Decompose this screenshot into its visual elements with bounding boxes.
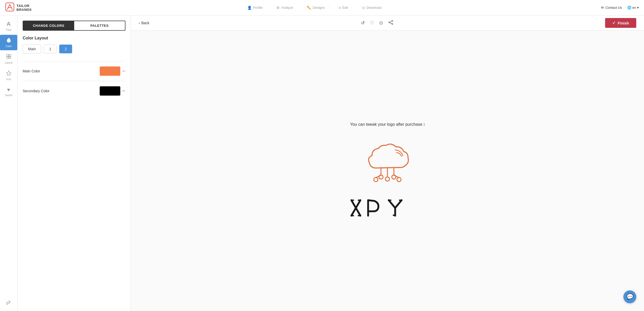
saved-icon: ♥: [7, 87, 10, 93]
nav-steps: 👤 Profile › ⚙ Analyze › ✏️ Designs › ≡ E…: [46, 6, 582, 10]
sidebar-item-icon[interactable]: Icon: [0, 68, 17, 83]
icon-sidebar: A Type Color Layout Icon ♥ Saved: [0, 15, 18, 311]
svg-point-15: [385, 177, 389, 181]
edit-icon: ≡: [339, 6, 341, 10]
chevron-down-icon: ▾: [637, 6, 639, 10]
divider2: [23, 81, 125, 81]
divider: [23, 61, 125, 61]
logo-preview-area: You can tweak your logo after purchase ℹ: [344, 31, 431, 311]
chat-button[interactable]: 💬: [623, 290, 636, 303]
sidebar-item-color[interactable]: Color: [0, 35, 17, 50]
svg-point-13: [374, 178, 378, 182]
icon-icon: [6, 70, 11, 77]
color-layout-options: Main 1 2: [23, 45, 125, 53]
nav-step-designs[interactable]: ✏️ Designs ›: [302, 6, 334, 10]
main-color-swatch-row: ✏: [100, 66, 125, 76]
color-layout-title: Color Layout: [23, 36, 125, 40]
tab-bar: CHANGE COLORS PALETTES: [23, 21, 125, 31]
secondary-color-swatch-row: ✏: [100, 86, 125, 96]
svg-point-8: [389, 22, 390, 23]
target-icon[interactable]: ⊙: [379, 20, 383, 26]
undo-icon[interactable]: ↺: [361, 20, 365, 26]
globe-icon: 🌐: [627, 6, 631, 10]
info-icon: ℹ: [423, 122, 425, 127]
brand-logo[interactable]: TAILOR BRANDS: [5, 2, 46, 13]
color-opt-main[interactable]: Main: [23, 45, 41, 53]
type-icon: A: [7, 21, 11, 27]
toolbar-actions: ↺ ♡ ⊙: [361, 20, 393, 26]
brand-name: TAILOR BRANDS: [16, 4, 32, 12]
contact-us-link[interactable]: ✉ Contact Us: [601, 6, 622, 10]
nav-right: ✉ Contact Us 🌐 en ▾: [582, 6, 639, 10]
svg-rect-4: [9, 57, 11, 58]
nav-step-profile[interactable]: 👤 Profile ›: [243, 6, 272, 10]
back-button[interactable]: ‹ Back: [139, 21, 149, 25]
logo-text: [349, 196, 426, 220]
svg-rect-6: [6, 303, 8, 304]
svg-point-17: [397, 178, 401, 182]
tab-change-colors[interactable]: CHANGE COLORS: [23, 21, 74, 30]
svg-rect-1: [7, 54, 9, 56]
designs-icon: ✏️: [307, 6, 311, 10]
main-color-swatch[interactable]: [100, 66, 120, 76]
profile-icon: 👤: [247, 6, 252, 10]
nav-step-analyze[interactable]: ⚙ Analyze ›: [272, 6, 302, 10]
secondary-color-edit-icon[interactable]: ✏: [122, 89, 125, 93]
top-nav: TAILOR BRANDS 👤 Profile › ⚙ Analyze › ✏️…: [0, 0, 644, 15]
svg-line-26: [393, 215, 395, 216]
sidebar-item-saved[interactable]: ♥ Saved: [0, 84, 17, 99]
mail-icon: ✉: [601, 6, 604, 10]
checkmark-icon: ✓: [612, 21, 616, 25]
nav-step-download[interactable]: ⊙ Download: [357, 6, 386, 10]
color-icon: [6, 37, 11, 44]
main-color-label: Main Color: [23, 69, 40, 73]
secondary-color-row: Secondary Color ✏: [23, 86, 125, 96]
color-opt-2[interactable]: 2: [59, 45, 72, 53]
secondary-color-swatch[interactable]: [100, 86, 120, 96]
logo-icon: [355, 137, 420, 191]
sidebar-item-share[interactable]: [0, 297, 17, 308]
main-layout: A Type Color Layout Icon ♥ Saved: [0, 15, 644, 311]
brand-icon: [5, 2, 14, 13]
sidebar-item-layout[interactable]: Layout: [0, 51, 17, 67]
download-icon: ⊙: [362, 6, 365, 10]
svg-point-7: [392, 20, 393, 21]
secondary-color-label: Secondary Color: [23, 89, 49, 93]
svg-rect-2: [9, 54, 11, 56]
svg-marker-5: [6, 71, 11, 75]
heart-icon[interactable]: ♡: [370, 20, 374, 26]
tab-palettes[interactable]: PALETTES: [74, 21, 125, 30]
language-selector[interactable]: 🌐 en ▾: [627, 6, 639, 10]
back-arrow-icon: ‹: [139, 21, 140, 25]
share-icon[interactable]: [388, 20, 393, 26]
left-panel: CHANGE COLORS PALETTES Color Layout Main…: [18, 15, 131, 311]
svg-rect-3: [7, 57, 9, 58]
svg-line-18: [376, 175, 381, 178]
logo-svg-wrap: [349, 137, 426, 220]
svg-line-19: [394, 175, 399, 178]
analyze-icon: ⚙: [276, 6, 280, 10]
share-icon: [6, 299, 11, 306]
finish-area: ✓ Finish: [605, 18, 636, 28]
main-color-edit-icon[interactable]: ✏: [122, 69, 125, 73]
svg-point-9: [392, 23, 393, 24]
main-content: ‹ Back ↺ ♡ ⊙ ✓ Finish You can tweak your: [131, 15, 644, 311]
sidebar-item-type[interactable]: A Type: [0, 18, 17, 34]
layout-icon: [6, 54, 11, 60]
tweak-notice: You can tweak your logo after purchase ℹ: [350, 122, 425, 127]
main-color-row: Main Color ✏: [23, 66, 125, 76]
chat-icon: 💬: [626, 293, 633, 300]
color-opt-1[interactable]: 1: [44, 45, 57, 53]
sub-toolbar: ‹ Back ↺ ♡ ⊙ ✓ Finish: [131, 15, 644, 31]
finish-button[interactable]: ✓ Finish: [605, 18, 636, 28]
nav-step-edit[interactable]: ≡ Edit ›: [334, 6, 357, 10]
